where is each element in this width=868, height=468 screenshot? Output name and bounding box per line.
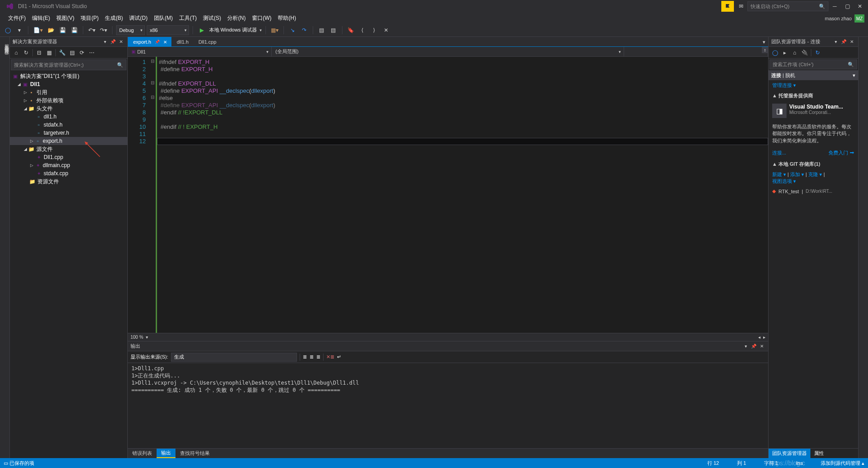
manage-connections-link[interactable]: 管理连接 ▾ <box>772 82 796 88</box>
pin-icon[interactable]: 📌 <box>155 40 160 44</box>
nav-back-button[interactable]: ◯ <box>3 25 13 35</box>
preview-icon[interactable]: ▤ <box>67 48 76 57</box>
show-all-icon[interactable]: ▦ <box>45 48 54 57</box>
nav-project-combo[interactable]: ▣Dll1 <box>128 47 272 56</box>
menu-edit[interactable]: 编辑(E) <box>29 14 53 23</box>
output-source-combo[interactable]: 生成 <box>171 353 297 362</box>
server-explorer-rail[interactable]: 服务器资源管理器 <box>0 37 10 458</box>
connect-link[interactable]: 连接... <box>772 150 786 156</box>
panel-close-icon[interactable]: ✕ <box>758 343 765 350</box>
menu-project[interactable]: 项目(P) <box>78 14 101 23</box>
start-debug-button[interactable]: ▶ <box>197 25 207 35</box>
redo-button[interactable]: ↷▾ <box>99 25 108 35</box>
tree-project[interactable]: ◢▣Dll1 <box>10 80 127 88</box>
ftab-team[interactable]: 团队资源管理器 <box>769 449 810 458</box>
menu-tools[interactable]: 工具(T) <box>176 14 199 23</box>
tree-file-stdafxh[interactable]: ▫stdafx.h <box>10 121 127 129</box>
panel-close-icon[interactable]: ✕ <box>848 38 855 45</box>
out-btn-1[interactable]: ≣ <box>303 354 307 360</box>
home-icon[interactable]: ⌂ <box>12 48 21 57</box>
tree-resources[interactable]: 📁资源文件 <box>10 177 127 186</box>
git-view-link[interactable]: 视图选项 ▾ <box>772 178 796 184</box>
free-start-link[interactable]: 免费入门 ⮕ <box>828 150 855 156</box>
zoom-level[interactable]: 100 % <box>130 335 143 340</box>
refresh-icon[interactable]: ↻ <box>813 48 822 57</box>
tree-sources[interactable]: ◢📁源文件 <box>10 145 127 153</box>
pin-icon[interactable]: 📌 <box>109 38 117 45</box>
pin-icon[interactable]: 📌 <box>750 343 757 350</box>
quick-launch-input[interactable]: 快速启动 (Ctrl+Q)🔍 <box>747 1 828 11</box>
undo-button[interactable]: ↶▾ <box>87 25 97 35</box>
nav-scope-combo[interactable]: (全局范围) <box>272 47 624 56</box>
nav-fwd-button[interactable]: ▾ <box>14 25 24 35</box>
step-over-button[interactable]: ↷ <box>299 25 309 35</box>
tree-file-dllmaincpp[interactable]: ▷✦dllmain.cpp <box>10 161 127 169</box>
menu-team[interactable]: 团队(M) <box>151 14 175 23</box>
panel-dropdown-icon[interactable]: ▾ <box>101 38 108 45</box>
tree-file-targetverh[interactable]: ▫targetver.h <box>10 129 127 137</box>
user-badge[interactable]: MZ <box>855 14 864 23</box>
section-dropdown-icon[interactable]: ▾ <box>853 73 855 78</box>
tbtn-more[interactable]: ⋯ <box>87 48 96 57</box>
fwd-icon[interactable]: ▸ <box>780 48 789 57</box>
git-clone-link[interactable]: 克隆 ▾ <box>808 172 822 177</box>
back-icon[interactable]: ◯ <box>770 48 779 57</box>
out-btn-2[interactable]: ≣ <box>310 354 314 360</box>
ftab-props[interactable]: 属性 <box>810 449 828 458</box>
toolbar-btn-6[interactable]: ⟩ <box>369 25 379 35</box>
open-file-button[interactable]: 📂 <box>46 25 56 35</box>
tree-solution[interactable]: ▣解决方案"Dll1"(1 个项目) <box>10 72 127 80</box>
new-project-button[interactable]: 📄▾ <box>32 25 44 35</box>
tab-dll1cpp[interactable]: Dll1.cpp <box>193 37 221 47</box>
output-content[interactable]: 1>Dll1.cpp 1>正在生成代码... 1>Dll1.vcxproj ->… <box>128 363 768 448</box>
menu-test[interactable]: 测试(S) <box>200 14 224 23</box>
nav-member-combo[interactable] <box>624 47 768 56</box>
code-editor[interactable]: 123456789101112 ⊟⊟⊟ #ifndef EXPORT_H #de… <box>128 57 768 333</box>
close-button[interactable]: ✕ <box>854 1 866 12</box>
tab-close-icon[interactable]: ✕ <box>163 40 167 45</box>
pin-icon[interactable]: 📌 <box>840 38 847 45</box>
toolbar-btn-2[interactable]: ▤ <box>317 25 327 35</box>
git-add-link[interactable]: 添加 ▾ <box>790 172 804 177</box>
save-all-button[interactable]: 💾 <box>69 25 79 35</box>
sync-icon[interactable]: ↻ <box>22 48 31 57</box>
tree-file-dll1cpp[interactable]: ✦Dll1.cpp <box>10 153 127 161</box>
menu-file[interactable]: 文件(F) <box>5 14 28 23</box>
toolbar-btn-1[interactable]: ▦▾ <box>270 25 280 35</box>
toolbar-btn-7[interactable]: ✕ <box>381 25 391 35</box>
feedback-icon[interactable]: ✉ <box>735 3 747 9</box>
out-wrap-button[interactable]: ↵ <box>337 354 341 360</box>
tree-refs[interactable]: ▷▪引用 <box>10 88 127 96</box>
menu-debug[interactable]: 调试(D) <box>126 14 150 23</box>
tab-dll1h[interactable]: dll1.h <box>171 37 193 47</box>
menu-help[interactable]: 帮助(H) <box>275 14 299 23</box>
home-icon[interactable]: ⌂ <box>790 48 799 57</box>
right-rail[interactable] <box>858 37 868 458</box>
tree-file-exporth[interactable]: ▷▫export.h <box>10 137 127 145</box>
collapse-icon[interactable]: ⊟ <box>35 48 44 57</box>
tree-headers[interactable]: ◢📁头文件 <box>10 105 127 113</box>
panel-dropdown-icon[interactable]: ▾ <box>742 343 749 350</box>
tree-file-stdafxcpp[interactable]: ✦stdafx.cpp <box>10 169 127 177</box>
panel-close-icon[interactable]: ✕ <box>117 38 125 45</box>
hscroll-right-icon[interactable]: ▸ <box>763 335 765 340</box>
repo-name[interactable]: RTK_test <box>778 189 799 194</box>
user-name[interactable]: mason zhao <box>825 16 852 21</box>
out-btn-3[interactable]: ≣ <box>316 354 320 360</box>
config-combo[interactable]: Debug <box>116 25 145 35</box>
tab-exporth[interactable]: export.h📌✕ <box>128 37 171 47</box>
maximize-button[interactable]: ▢ <box>841 1 854 12</box>
out-clear-button[interactable]: ✕≣ <box>326 354 334 360</box>
debugger-label[interactable]: 本地 Windows 调试器 <box>209 27 257 33</box>
solution-search-input[interactable]: 搜索解决方案资源管理器(Ctrl+;)🔍 <box>11 59 126 70</box>
toolbar-btn-5[interactable]: ⟨ <box>358 25 368 35</box>
step-into-button[interactable]: ↘ <box>288 25 297 35</box>
platform-combo[interactable]: x86 <box>147 25 189 35</box>
source-control-link[interactable]: 添加到源代码管理 ▴ <box>821 460 864 467</box>
plug-icon[interactable]: 🔌 <box>800 48 809 57</box>
hscroll-left-icon[interactable]: ◂ <box>758 335 760 340</box>
minimize-button[interactable]: ─ <box>828 1 841 12</box>
tab-errorlist[interactable]: 错误列表 <box>128 449 157 458</box>
split-toggle-icon[interactable]: ↕ <box>762 47 768 53</box>
properties-icon[interactable]: 🔧 <box>58 48 67 57</box>
